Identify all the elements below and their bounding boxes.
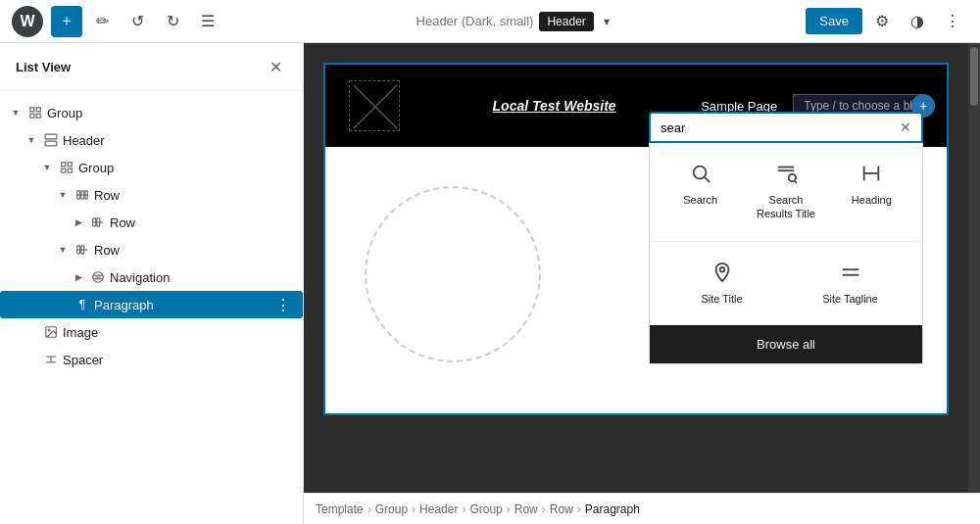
- svg-point-31: [693, 167, 706, 179]
- search-block-icon: [690, 163, 711, 189]
- svg-rect-5: [45, 141, 57, 146]
- tree-toggle-row3[interactable]: [55, 242, 71, 258]
- row1-icon: [74, 187, 90, 203]
- tree-item-row1[interactable]: Row: [0, 181, 303, 209]
- template-info: Header (Dark, small) Header ▾: [227, 12, 802, 31]
- tree-toggle-navigation[interactable]: [71, 269, 86, 285]
- wp-logo-icon[interactable]: W: [12, 6, 43, 37]
- svg-rect-2: [36, 114, 40, 118]
- block-item-site-tagline[interactable]: Site Tagline: [790, 254, 910, 313]
- edit-tool-button[interactable]: ✏: [86, 6, 118, 37]
- svg-rect-1: [36, 108, 40, 112]
- tree-toggle-group2[interactable]: [39, 160, 55, 175]
- top-bar: W ＋ ✏ ↺ ↻ ☰ Header (Dark, small) Header …: [0, 0, 980, 43]
- tree-toggle-row1[interactable]: [55, 187, 71, 203]
- breadcrumb-sep-5: ›: [542, 502, 546, 516]
- tree-label-group: Group: [47, 106, 295, 120]
- breadcrumb-sep-3: ›: [462, 502, 466, 516]
- row3-icon: [74, 242, 90, 258]
- breadcrumb-group[interactable]: Group: [375, 502, 408, 516]
- dashed-circle-decoration: [365, 186, 541, 362]
- template-chevron[interactable]: ▾: [600, 13, 613, 30]
- tree-item-row2[interactable]: Row: [0, 209, 303, 236]
- svg-point-35: [789, 174, 796, 181]
- block-item-search[interactable]: Search: [662, 155, 739, 229]
- undo-button[interactable]: ↺: [122, 6, 153, 37]
- add-block-button[interactable]: ＋: [51, 6, 82, 37]
- block-search-input[interactable]: [661, 120, 900, 135]
- site-title-block-icon: [711, 262, 733, 288]
- search-input-wrap: ✕: [649, 112, 923, 143]
- block-name-search: Search: [683, 193, 717, 207]
- breadcrumb-group2[interactable]: Group: [469, 502, 502, 516]
- block-name-site-tagline: Site Tagline: [822, 292, 878, 306]
- tree-item-header[interactable]: Header: [0, 126, 303, 154]
- svg-rect-3: [30, 114, 34, 118]
- tree-toggle-group[interactable]: [8, 105, 24, 120]
- tree-item-image[interactable]: Image: [0, 318, 303, 346]
- options-menu-icon[interactable]: ⋮: [937, 6, 968, 37]
- close-sidebar-button[interactable]: ✕: [264, 55, 287, 78]
- tree-item-spacer[interactable]: Spacer: [0, 346, 303, 373]
- svg-line-36: [795, 181, 797, 183]
- tree-item-group[interactable]: Group: [0, 99, 303, 126]
- canvas-scroll[interactable]: Local Test Website Sample Page Type / to…: [304, 43, 968, 493]
- browse-all-button[interactable]: Browse all: [650, 325, 922, 363]
- navigation-icon: [90, 269, 106, 285]
- logo-placeholder-svg: [350, 81, 401, 132]
- breadcrumb-header[interactable]: Header: [419, 502, 458, 516]
- clear-search-button[interactable]: ✕: [900, 119, 911, 135]
- tree-label-header: Header: [63, 133, 295, 148]
- tree-label-group2: Group: [78, 161, 295, 175]
- settings-icon[interactable]: ⚙: [866, 6, 898, 37]
- tree-label-row3: Row: [94, 243, 295, 258]
- save-button[interactable]: Save: [806, 8, 862, 34]
- site-tagline-block-icon: [840, 262, 861, 288]
- breadcrumb-row1[interactable]: Row: [514, 502, 538, 516]
- canvas-scrollbar[interactable]: [968, 43, 980, 493]
- svg-rect-7: [68, 163, 72, 167]
- sidebar-title: List View: [16, 60, 71, 74]
- block-name-search-results-title: Search Results Title: [751, 193, 820, 221]
- paragraph-icon: ¶: [74, 297, 90, 312]
- block-search-dropdown: ✕ Search: [649, 112, 923, 364]
- theme-toggle-icon[interactable]: ◑: [902, 6, 933, 37]
- svg-rect-0: [30, 108, 34, 112]
- tree-label-navigation: Navigation: [110, 270, 295, 285]
- tree-toggle-row2[interactable]: [71, 214, 86, 230]
- sidebar-list-view: List View ✕ Group Header: [0, 43, 304, 524]
- bottom-bar: Template › Group › Header › Group › Row …: [304, 493, 980, 524]
- breadcrumb-row2[interactable]: Row: [550, 502, 573, 516]
- tree-item-group2[interactable]: Group: [0, 154, 303, 181]
- block-name-heading: Heading: [852, 193, 892, 207]
- tree-item-navigation[interactable]: Navigation: [0, 263, 303, 291]
- canvas-area: Local Test Website Sample Page Type / to…: [304, 43, 980, 493]
- spacer-icon: [43, 352, 59, 367]
- tree-label-paragraph: Paragraph: [94, 298, 271, 312]
- svg-line-32: [705, 177, 710, 182]
- redo-button[interactable]: ↻: [157, 6, 188, 37]
- heading-block-icon: [860, 163, 882, 189]
- tree-label-image: Image: [63, 325, 295, 340]
- tree-label-row1: Row: [94, 188, 295, 203]
- topbar-right: Save ⚙ ◑ ⋮: [806, 6, 968, 37]
- block-name-site-title: Site Title: [701, 292, 742, 306]
- site-title[interactable]: Local Test Website: [493, 98, 616, 114]
- scrollbar-thumb: [970, 47, 978, 106]
- list-view-button[interactable]: ☰: [192, 6, 223, 37]
- breadcrumb-sep-6: ›: [577, 502, 581, 516]
- block-item-site-title[interactable]: Site Title: [662, 254, 782, 313]
- tree-toggle-header[interactable]: [24, 132, 39, 148]
- main-content: List View ✕ Group Header: [0, 43, 980, 524]
- block-item-heading[interactable]: Heading: [833, 155, 910, 229]
- tree-options-button[interactable]: ⋮: [271, 296, 295, 314]
- breadcrumb-paragraph[interactable]: Paragraph: [585, 502, 640, 516]
- group-icon: [27, 105, 43, 120]
- svg-rect-8: [68, 168, 72, 172]
- breadcrumb-sep-1: ›: [368, 502, 371, 516]
- breadcrumb-template[interactable]: Template: [316, 502, 364, 516]
- tree-item-paragraph[interactable]: ¶ Paragraph ⋮: [0, 291, 303, 318]
- block-item-search-results-title[interactable]: Search Results Title: [747, 155, 824, 229]
- block-grid-row2: Site Title Site Tagline: [650, 242, 922, 325]
- tree-item-row3[interactable]: Row: [0, 236, 303, 263]
